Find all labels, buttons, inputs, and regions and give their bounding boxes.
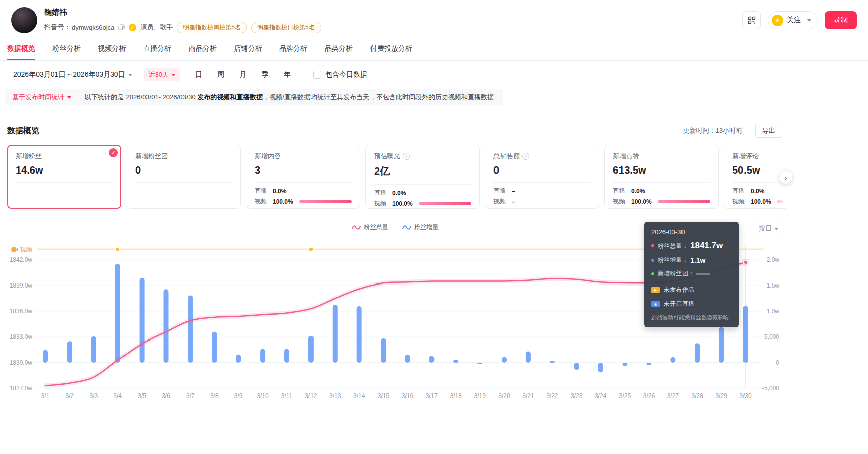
help-icon[interactable]: ?: [522, 153, 529, 160]
stat-card-total-sales[interactable]: 总销售额? 0 直播– 视频–: [485, 145, 599, 209]
tooltip-label: 新增粉丝团：: [658, 269, 694, 278]
tab-brand-analysis[interactable]: 品牌分析: [278, 39, 308, 60]
carousel-next-button[interactable]: ›: [779, 171, 792, 184]
svg-text:1839.0w: 1839.0w: [10, 282, 33, 289]
svg-text:3/27: 3/27: [667, 392, 679, 400]
quick-range-select[interactable]: 近30天: [144, 68, 180, 81]
include-today-toggle[interactable]: 包含今日数据: [313, 70, 367, 79]
tooltip-label: 粉丝总量：: [658, 242, 688, 250]
tab-data-overview[interactable]: 数据概览: [6, 39, 36, 60]
live-icon: ◉: [651, 301, 660, 307]
record-button[interactable]: 录制: [825, 11, 857, 29]
stat-card-estimated-exposure[interactable]: 预估曝光? 2亿 直播0.0% 视频100.0%: [365, 145, 480, 209]
filter-row: 2026年03月01日～2026年03月30日 近30天 日 周 月 季 年 包…: [7, 68, 786, 81]
stat-basis-value: 基于发布时间统计: [12, 93, 65, 102]
stat-basis-select[interactable]: 基于发布时间统计: [12, 93, 71, 102]
svg-text:-5,000: -5,000: [762, 385, 779, 392]
rank-badge-daily[interactable]: 明星指数榜日榜第5名: [251, 22, 321, 33]
video-label: 视频: [613, 197, 631, 206]
video-value: –: [512, 198, 515, 205]
notice-text: 以下统计的是 2026/03/01- 2026/03/30 发布的视频和直播数据…: [85, 93, 494, 102]
svg-text:1.5w: 1.5w: [767, 282, 780, 289]
date-range-picker[interactable]: 2026年03月01日～2026年03月30日: [13, 70, 132, 79]
svg-text:1836.0w: 1836.0w: [10, 308, 33, 315]
tooltip-value: 1.1w: [690, 256, 705, 264]
wave-icon: [352, 225, 361, 230]
card-title: 新增内容: [255, 152, 281, 161]
main-nav: 数据概览 粉丝分析 视频分析 直播分析 商品分析 店铺分析 品牌分析 品类分析 …: [0, 39, 868, 61]
qr-code-button[interactable]: [742, 11, 761, 29]
chevron-down-icon: [171, 74, 175, 76]
stat-card-new-content[interactable]: 新增内容 3 直播0.0% 视频100.0%: [246, 145, 360, 209]
svg-text:3/30: 3/30: [739, 392, 752, 400]
tab-shop-analysis[interactable]: 店铺分析: [233, 39, 263, 60]
svg-text:3/6: 3/6: [162, 392, 170, 400]
empty-value: —: [135, 191, 232, 198]
svg-text:3/11: 3/11: [281, 392, 293, 400]
series-dot: [651, 272, 654, 275]
video-icon: ▶: [651, 287, 660, 293]
tab-live-analysis[interactable]: 直播分析: [142, 39, 172, 60]
export-button[interactable]: 导出: [755, 124, 782, 138]
card-title: 新增粉丝团: [135, 152, 168, 161]
video-label: 视频: [255, 197, 273, 206]
period-day[interactable]: 日: [195, 70, 202, 79]
period-month[interactable]: 月: [239, 70, 246, 79]
account-label: 抖音号：: [44, 23, 71, 32]
divider: [255, 182, 352, 183]
empty-value: —: [16, 191, 113, 198]
live-value: 0.0%: [631, 188, 645, 195]
period-week[interactable]: 周: [217, 70, 224, 79]
svg-text:1830.0w: 1830.0w: [10, 359, 33, 366]
period-year[interactable]: 年: [284, 70, 291, 79]
svg-text:3/26: 3/26: [643, 392, 655, 400]
rank-badge-weekly[interactable]: 明星指数榜周榜第5名: [177, 22, 247, 33]
video-label: 视频: [732, 197, 751, 206]
include-today-checkbox[interactable]: [313, 71, 321, 79]
tooltip-note: 剧烈波动可能受粉丝数隐藏影响: [651, 314, 732, 321]
svg-text:3/16: 3/16: [402, 392, 414, 400]
include-today-label: 包含今日数据: [325, 70, 367, 79]
svg-text:3/4: 3/4: [113, 392, 122, 400]
live-label: 直播: [255, 187, 273, 195]
divider: [374, 184, 471, 185]
period-quarter[interactable]: 季: [262, 70, 269, 79]
video-track-label: 视频: [11, 245, 32, 254]
chart-tooltip: 2026-03-30 粉丝总量： 1841.7w 粉丝增量： 1.1w 新增粉丝…: [644, 222, 739, 327]
svg-text:3/20: 3/20: [498, 392, 510, 400]
copy-icon[interactable]: [118, 24, 125, 30]
check-icon: ✓: [109, 148, 118, 157]
svg-text:3/22: 3/22: [546, 392, 559, 400]
svg-text:3/23: 3/23: [571, 392, 583, 400]
tab-video-analysis[interactable]: 视频分析: [97, 39, 127, 60]
legend-label: 粉丝总量: [364, 223, 388, 232]
svg-text:1842.0w: 1842.0w: [10, 256, 33, 263]
granularity-value: 按日: [759, 224, 772, 233]
stat-card-new-fans[interactable]: ✓ 新增粉丝 14.6w —: [7, 145, 121, 209]
tab-product-analysis[interactable]: 商品分析: [188, 39, 218, 60]
stat-card-new-fan-club[interactable]: 新增粉丝团 0 —: [127, 145, 241, 209]
live-value: –: [512, 188, 515, 195]
tooltip-date: 2026-03-30: [651, 228, 732, 236]
card-value: 613.5w: [613, 164, 710, 176]
live-value: 0.0%: [751, 188, 764, 195]
tab-paid-promotion-analysis[interactable]: 付费投放分析: [369, 39, 413, 60]
card-title: 预估曝光: [374, 152, 400, 161]
stat-card-new-likes[interactable]: 新增点赞 613.5w 直播0.0% 视频100.0%: [604, 145, 719, 209]
avatar[interactable]: [11, 7, 37, 33]
legend-fans-total[interactable]: 粉丝总量: [352, 223, 388, 232]
series-dot: [651, 244, 654, 247]
video-value: 100.0%: [273, 198, 293, 205]
help-icon[interactable]: ?: [403, 153, 410, 160]
star-icon: ★: [772, 15, 783, 26]
live-label: 直播: [732, 187, 751, 195]
legend-fans-delta[interactable]: 粉丝增量: [402, 223, 439, 232]
tab-category-analysis[interactable]: 品类分析: [324, 39, 354, 60]
chevron-down-icon: [774, 228, 778, 230]
live-label: 直播: [613, 187, 631, 195]
svg-text:3/5: 3/5: [138, 392, 146, 400]
card-value: 0: [135, 164, 232, 176]
follow-button[interactable]: ★ 关注: [768, 11, 818, 29]
tab-fans-analysis[interactable]: 粉丝分析: [51, 39, 82, 60]
card-value: 14.6w: [16, 164, 113, 176]
